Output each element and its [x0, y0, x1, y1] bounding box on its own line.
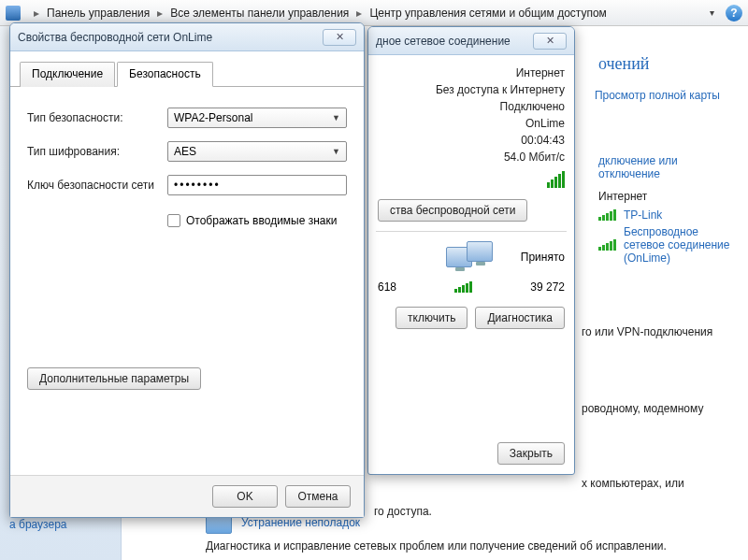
page-title: очений	[598, 54, 731, 74]
network-tplink-link[interactable]: TP-Link	[624, 208, 662, 222]
status-dialog-title: дное сетевое соединение	[376, 35, 533, 48]
advanced-settings-button[interactable]: Дополнительные параметры	[27, 367, 201, 390]
security-type-label: Тип безопасности:	[27, 111, 167, 124]
status-ssid: OnLime	[525, 117, 565, 130]
encryption-type-select[interactable]: AES ▼	[167, 141, 347, 162]
troubleshoot-link[interactable]: Устранение неполадок	[241, 516, 360, 529]
ok-button[interactable]: OK	[212, 485, 278, 508]
tab-bar: Подключение Безопасность	[10, 51, 364, 87]
troubleshoot-desc: Диагностика и исправление сетевых пробле…	[206, 539, 737, 553]
chevron-down-icon: ▼	[332, 113, 340, 122]
status-connected: Подключено	[500, 100, 565, 113]
network-row-onlime[interactable]: Беспроводное сетевое соединение (OnLime)	[598, 225, 731, 265]
signal-strength-icon	[547, 171, 565, 188]
status-internet: Интернет	[516, 66, 565, 79]
network-onlime-link[interactable]: Беспроводное сетевое соединение (OnLime)	[624, 225, 731, 265]
network-row-tplink[interactable]: TP-Link	[598, 208, 731, 222]
chevron-right-icon: ▸	[356, 7, 362, 20]
signal-icon	[598, 209, 616, 221]
computers-text-fragment: х компьютерах, или	[582, 477, 684, 490]
internet-label: Интернет	[598, 190, 731, 203]
status-speed: 54.0 Мбит/с	[504, 151, 565, 164]
connection-status-dialog: дное сетевое соединение ✕ Интернет Без д…	[367, 26, 575, 475]
security-key-input[interactable]	[167, 175, 347, 195]
activity-monitor-icon	[446, 247, 493, 267]
breadcrumb-item-2[interactable]: Центр управления сетями и общим доступом	[369, 7, 607, 20]
dropdown-arrow-icon[interactable]: ▾	[710, 7, 714, 18]
encryption-type-label: Тип шифрования:	[27, 145, 167, 158]
props-dialog-title-bar[interactable]: Свойства беспроводной сети OnLime ✕	[10, 23, 364, 51]
close-button[interactable]: ✕	[323, 29, 356, 46]
chevron-down-icon: ▼	[332, 147, 340, 156]
sent-value: 618	[378, 280, 396, 294]
modem-text-fragment: роводному, модемному	[582, 402, 703, 415]
status-duration: 00:04:43	[521, 134, 565, 147]
chevron-right-icon: ▸	[157, 7, 163, 20]
wireless-properties-button[interactable]: ства беспроводной сети	[378, 199, 527, 222]
security-type-value: WPA2-Personal	[174, 111, 252, 124]
close-button[interactable]: ✕	[533, 33, 567, 50]
tab-connection[interactable]: Подключение	[20, 62, 115, 87]
status-dialog-title-bar[interactable]: дное сетевое соединение ✕	[368, 27, 574, 55]
divider	[376, 231, 567, 232]
disconnect-button[interactable]: тключить	[396, 307, 468, 329]
encryption-type-value: AES	[174, 145, 196, 158]
wireless-properties-dialog: Свойства беспроводной сети OnLime ✕ Подк…	[9, 22, 365, 518]
security-type-select[interactable]: WPA2-Personal ▼	[167, 108, 347, 128]
breadcrumb-item-1[interactable]: Все элементы панели управления	[170, 7, 349, 20]
received-label: Принято	[521, 251, 565, 264]
view-full-map-link[interactable]: Просмотр полной карты	[595, 89, 720, 102]
cancel-button[interactable]: Отмена	[285, 485, 351, 508]
signal-icon	[598, 239, 616, 251]
connect-disconnect-link[interactable]: дключение или отключение	[598, 154, 678, 180]
security-key-label: Ключ безопасности сети	[27, 179, 167, 192]
breadcrumb-item-0[interactable]: Панель управления	[47, 7, 150, 20]
show-chars-checkbox[interactable]	[167, 214, 180, 227]
show-chars-label: Отображать вводимые знаки	[186, 214, 337, 227]
received-value: 39 272	[530, 280, 565, 294]
tab-security[interactable]: Безопасность	[117, 62, 213, 87]
diagnose-button[interactable]: Диагностика	[475, 307, 565, 329]
signal-icon	[454, 281, 472, 293]
chevron-right-icon: ▸	[34, 7, 39, 20]
close-button[interactable]: Закрыть	[497, 442, 565, 465]
vpn-text-fragment: го или VPN-подключения	[582, 325, 712, 338]
help-icon[interactable]: ?	[726, 5, 742, 22]
control-panel-icon	[6, 6, 21, 21]
status-no-access: Без доступа к Интернету	[436, 83, 565, 96]
props-dialog-title: Свойства беспроводной сети OnLime	[18, 31, 323, 44]
